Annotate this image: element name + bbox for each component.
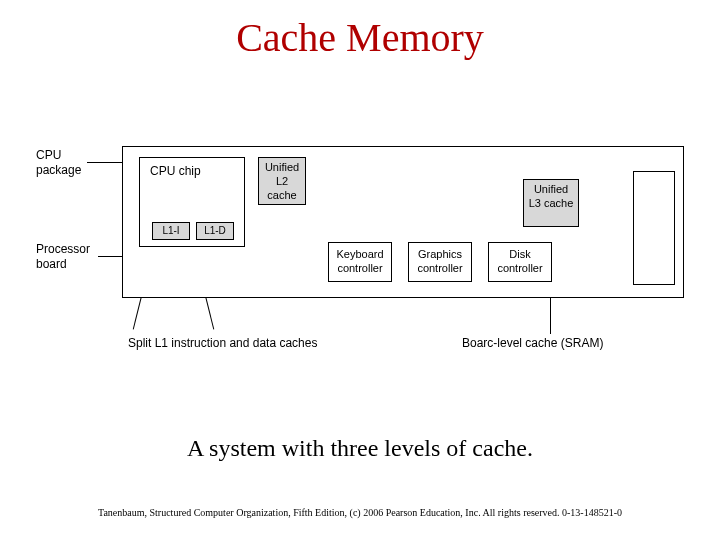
label-split-l1: Split L1 instruction and data caches bbox=[128, 336, 317, 350]
l1d-cache-box: L1-D bbox=[196, 222, 234, 240]
cpu-chip-box: CPU chip L1-I L1-D bbox=[139, 157, 245, 247]
graphics-controller-box: Graphicscontroller bbox=[408, 242, 472, 282]
cpu-chip-label: CPU chip bbox=[150, 164, 201, 178]
main-memory-box bbox=[633, 171, 675, 285]
l3-cache-box: UnifiedL3 cache bbox=[523, 179, 579, 227]
disk-controller-box: Diskcontroller bbox=[488, 242, 552, 282]
keyboard-controller-box: Keyboardcontroller bbox=[328, 242, 392, 282]
slide-footer: Tanenbaum, Structured Computer Organizat… bbox=[0, 507, 720, 518]
label-board-level-cache: Boarc-level cache (SRAM) bbox=[462, 336, 603, 350]
l1i-cache-box: L1-I bbox=[152, 222, 190, 240]
l2-cache-box: UnifiedL2cache bbox=[258, 157, 306, 205]
label-processor-board: Processorboard bbox=[36, 242, 90, 272]
processor-board-box: CPU chip L1-I L1-D UnifiedL2cache Keyboa… bbox=[122, 146, 684, 298]
diagram: CPUpackage Processorboard Mainmemory(DRA… bbox=[32, 126, 688, 366]
slide-title: Cache Memory bbox=[0, 14, 720, 61]
leader-line bbox=[98, 256, 122, 257]
label-cpu-package: CPUpackage bbox=[36, 148, 81, 178]
slide-caption: A system with three levels of cache. bbox=[0, 435, 720, 462]
